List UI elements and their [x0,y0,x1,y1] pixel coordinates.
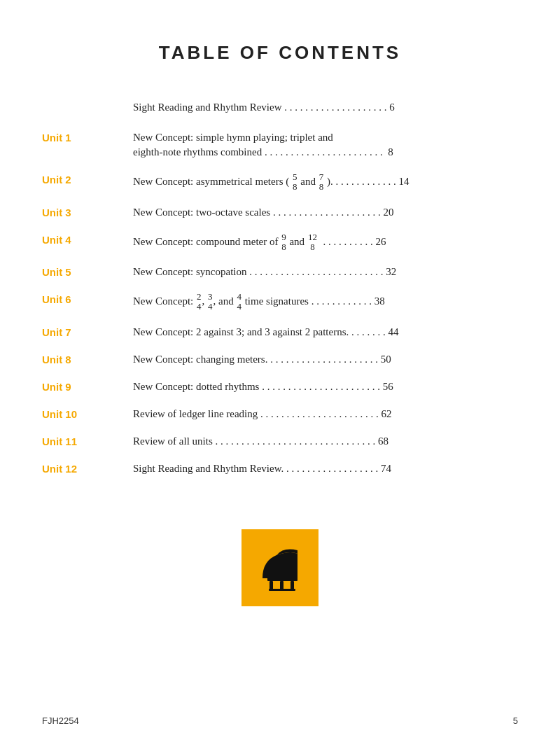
unit5-desc: New Concept: syncopation . . . . . . . .… [133,263,518,291]
page-footer: FJH2254 5 [42,715,518,726]
piano-container [42,529,518,606]
unit6-desc: New Concept: 24, 34, and 44 time signatu… [133,291,518,323]
unit9-label: Unit 9 [42,378,133,405]
unit11-desc: Review of all units . . . . . . . . . . … [133,433,518,460]
unit6-label: Unit 6 [42,291,133,323]
toc-row-unit9: Unit 9 New Concept: dotted rhythms . . .… [42,378,518,405]
intro-description: Sight Reading and Rhythm Review . . . . … [133,102,395,113]
svg-rect-3 [280,581,284,589]
toc-row-unit1: Unit 1 New Concept: simple hymn playing;… [42,129,518,171]
unit3-label: Unit 3 [42,204,133,231]
toc-row-unit10: Unit 10 Review of ledger line reading . … [42,405,518,433]
toc-row-unit5: Unit 5 New Concept: syncopation . . . . … [42,263,518,291]
page-title: TABLE OF CONTENTS [42,42,518,64]
unit8-label: Unit 8 [42,351,133,378]
unit8-desc: New Concept: changing meters. . . . . . … [133,351,518,378]
unit1-desc: New Concept: simple hymn playing; triple… [133,129,518,171]
unit9-desc: New Concept: dotted rhythms . . . . . . … [133,378,518,405]
unit10-label: Unit 10 [42,405,133,433]
toc-row-unit7: Unit 7 New Concept: 2 against 3; and 3 a… [42,323,518,351]
unit5-label: Unit 5 [42,263,133,291]
unit11-label: Unit 11 [42,433,133,460]
footer-page-number: 5 [513,715,518,726]
toc-row-unit2: Unit 2 New Concept: asymmetrical meters … [42,171,518,204]
toc-row-unit8: Unit 8 New Concept: changing meters. . .… [42,351,518,378]
unit4-desc: New Concept: compound meter of 98 and 12… [133,231,518,264]
unit1-label: Unit 1 [42,129,133,171]
intro-unit-col [42,99,133,129]
piano-icon-box [241,529,318,606]
svg-rect-0 [267,577,298,581]
unit12-desc: Sight Reading and Rhythm Review. . . . .… [133,460,518,487]
unit4-label: Unit 4 [42,231,133,264]
toc-row-unit12: Unit 12 Sight Reading and Rhythm Review.… [42,460,518,487]
piano-svg [252,540,308,596]
unit7-desc: New Concept: 2 against 3; and 3 against … [133,323,518,351]
catalog-number: FJH2254 [42,715,79,726]
toc-row-unit6: Unit 6 New Concept: 24, 34, and 44 time … [42,291,518,323]
unit12-label: Unit 12 [42,460,133,487]
svg-rect-4 [269,589,295,591]
toc-row-unit4: Unit 4 New Concept: compound meter of 98… [42,231,518,264]
toc-intro-row: Sight Reading and Rhythm Review . . . . … [42,99,518,129]
page: TABLE OF CONTENTS Sight Reading and Rhyt… [0,0,560,747]
unit2-label: Unit 2 [42,171,133,204]
toc-table: Sight Reading and Rhythm Review . . . . … [42,99,518,487]
intro-desc-col: Sight Reading and Rhythm Review . . . . … [133,99,518,129]
toc-row-unit3: Unit 3 New Concept: two-octave scales . … [42,204,518,231]
unit3-desc: New Concept: two-octave scales . . . . .… [133,204,518,231]
toc-row-unit11: Unit 11 Review of all units . . . . . . … [42,433,518,460]
unit7-label: Unit 7 [42,323,133,351]
unit2-desc: New Concept: asymmetrical meters ( 58 an… [133,171,518,204]
unit10-desc: Review of ledger line reading . . . . . … [133,405,518,433]
